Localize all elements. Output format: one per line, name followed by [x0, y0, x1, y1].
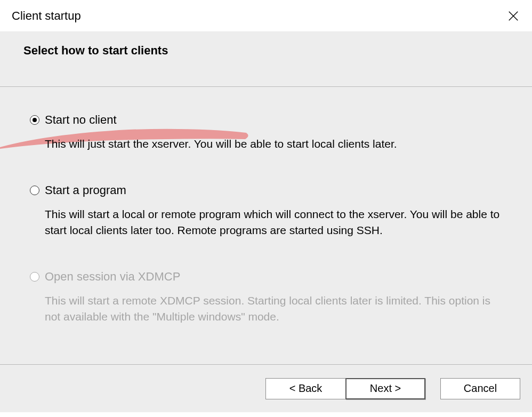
wizard-footer: < Back Next > Cancel [0, 364, 532, 412]
wizard-header: Select how to start clients [0, 32, 532, 87]
option-description: This will start a remote XDMCP session. … [45, 293, 502, 325]
option-label[interactable]: Start no client [45, 113, 117, 127]
window-title: Client startup [12, 9, 81, 23]
option-label[interactable]: Start a program [45, 183, 126, 198]
option-label: Open session via XDMCP [45, 269, 180, 284]
cancel-button[interactable]: Cancel [440, 378, 520, 399]
content-area: Start no client This will just start the… [0, 87, 532, 364]
option-start-no-client: Start no client This will just start the… [30, 113, 502, 152]
option-description: This will start a local or remote progra… [45, 206, 502, 238]
option-description: This will just start the xserver. You wi… [45, 136, 502, 152]
radio-xdmcp [30, 272, 39, 282]
page-title: Select how to start clients [23, 44, 509, 58]
next-button[interactable]: Next > [345, 378, 425, 399]
close-icon[interactable] [506, 9, 520, 23]
radio-start-no-client[interactable] [30, 115, 39, 125]
title-bar: Client startup [0, 0, 532, 32]
option-xdmcp: Open session via XDMCP This will start a… [30, 269, 502, 325]
option-start-a-program: Start a program This will start a local … [30, 183, 502, 238]
back-button[interactable]: < Back [265, 378, 345, 399]
radio-start-a-program[interactable] [30, 186, 39, 195]
